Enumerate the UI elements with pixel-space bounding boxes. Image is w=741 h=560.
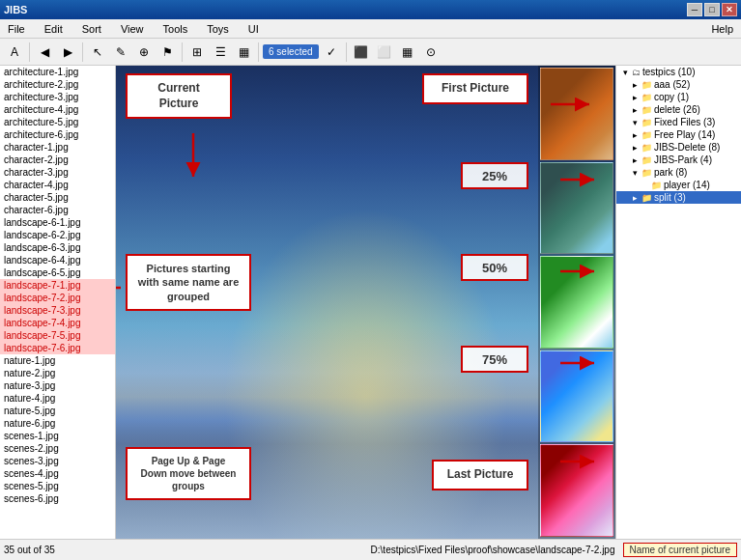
list-item[interactable]: character-3.jpg	[0, 166, 115, 179]
list-item[interactable]: architecture-2.jpg	[0, 78, 115, 91]
maximize-button[interactable]: □	[704, 3, 720, 16]
folder-icon: 📁	[641, 105, 652, 115]
folder-icon: 📁	[641, 130, 652, 140]
minimize-button[interactable]: ─	[687, 3, 702, 16]
tree-item[interactable]: ▸📁split (3)	[616, 191, 741, 204]
menu-view[interactable]: View	[117, 21, 148, 37]
list-item[interactable]: character-6.jpg	[0, 204, 115, 216]
tree-item[interactable]: ▸📁Free Play (14)	[616, 128, 741, 141]
list-item[interactable]: nature-6.jpg	[0, 417, 115, 430]
tb-lasso-btn[interactable]: ⊕	[133, 42, 155, 63]
thumb-strip	[538, 66, 615, 539]
menu-tools[interactable]: Tools	[159, 21, 192, 37]
tree-expand-icon: ▾	[630, 168, 640, 178]
list-item[interactable]: character-5.jpg	[0, 191, 115, 204]
tb-prev-btn[interactable]: ◀	[34, 42, 55, 63]
list-item[interactable]: landscape-7-4.jpg	[0, 317, 115, 329]
tb-flag-btn[interactable]: ⚑	[157, 42, 178, 63]
menu-toys[interactable]: Toys	[203, 21, 233, 37]
first-picture-label: First Picture	[422, 73, 528, 104]
list-item[interactable]: scenes-5.jpg	[0, 480, 115, 492]
list-item[interactable]: architecture-5.jpg	[0, 116, 115, 128]
list-item[interactable]: landscape-6-5.jpg	[0, 266, 115, 279]
list-item[interactable]: character-4.jpg	[0, 179, 115, 191]
tree-expand-icon: ▸	[630, 80, 640, 90]
tree-item-label: park (8)	[654, 167, 687, 178]
list-item[interactable]: landscape-7-2.jpg	[0, 292, 115, 304]
tb-check-btn[interactable]: ✓	[321, 42, 342, 63]
list-item[interactable]: character-1.jpg	[0, 141, 115, 154]
thumb-4[interactable]	[540, 350, 613, 443]
tb-detail-btn[interactable]: ▦	[233, 42, 254, 63]
tb-select-btn[interactable]: ✎	[110, 42, 131, 63]
menu-ui[interactable]: UI	[244, 21, 263, 37]
file-list[interactable]: architecture-1.jpgarchitecture-2.jpgarch…	[0, 66, 116, 539]
tb-grid-btn[interactable]: ⊞	[186, 42, 208, 63]
tree-item-label: testpics (10)	[642, 67, 695, 77]
tree-item[interactable]: ▸📁delete (26)	[616, 103, 741, 116]
folder-icon: 📁	[641, 155, 652, 165]
list-item[interactable]: landscape-6-3.jpg	[0, 241, 115, 254]
window-controls: ─ □ ✕	[687, 3, 737, 16]
list-item[interactable]: nature-2.jpg	[0, 367, 115, 379]
list-item[interactable]: architecture-4.jpg	[0, 103, 115, 116]
tree-item[interactable]: ▸📁JIBS-Delete (8)	[616, 141, 741, 154]
list-item[interactable]: landscape-6-1.jpg	[0, 216, 115, 229]
list-item[interactable]: nature-3.jpg	[0, 379, 115, 392]
tb-view1-btn[interactable]: ⬛	[351, 42, 372, 63]
list-item[interactable]: nature-5.jpg	[0, 405, 115, 417]
list-item[interactable]: landscape-7-5.jpg	[0, 329, 115, 342]
tree-expand-icon: ▸	[630, 93, 640, 102]
list-item[interactable]: landscape-7-3.jpg	[0, 304, 115, 317]
tb-font-btn[interactable]: A	[4, 42, 25, 63]
menu-help[interactable]: Help	[707, 21, 737, 37]
list-item[interactable]: nature-1.jpg	[0, 354, 115, 367]
tree-item-label: JIBS-Park (4)	[654, 154, 712, 165]
thumb-3[interactable]	[540, 256, 613, 349]
folder-icon: 📁	[641, 168, 652, 178]
tb-sep-2	[82, 42, 83, 62]
menu-file[interactable]: File	[4, 21, 29, 37]
thumb-2[interactable]	[540, 162, 613, 255]
tree-item[interactable]: 📁player (14)	[616, 179, 741, 191]
list-item[interactable]: scenes-2.jpg	[0, 442, 115, 455]
status-path: D:\testpics\Fixed Files\proof\showcase\l…	[371, 545, 615, 555]
list-item[interactable]: landscape-6-2.jpg	[0, 229, 115, 241]
list-item[interactable]: scenes-4.jpg	[0, 467, 115, 480]
list-item[interactable]: character-2.jpg	[0, 154, 115, 166]
thumb-5[interactable]	[540, 444, 613, 537]
tb-list-btn[interactable]: ☰	[210, 42, 231, 63]
grouped-label: Pictures starting with same name are gro…	[126, 254, 251, 311]
list-item[interactable]: architecture-1.jpg	[0, 66, 115, 78]
list-item[interactable]: scenes-1.jpg	[0, 430, 115, 442]
menu-sort[interactable]: Sort	[78, 21, 105, 37]
tb-view3-btn[interactable]: ▦	[397, 42, 418, 63]
tree-item[interactable]: ▾📁park (8)	[616, 166, 741, 179]
list-item[interactable]: architecture-6.jpg	[0, 128, 115, 141]
tb-zoom-btn[interactable]: ⊙	[420, 42, 442, 63]
list-item[interactable]: architecture-3.jpg	[0, 91, 115, 103]
tree-item[interactable]: ▸📁aaa (52)	[616, 78, 741, 91]
tb-next-btn[interactable]: ▶	[57, 42, 78, 63]
status-name-label: Name of current picture	[623, 543, 738, 557]
thumb-1[interactable]	[540, 68, 613, 160]
menu-edit[interactable]: Edit	[41, 21, 67, 37]
tree-item[interactable]: ▸📁JIBS-Park (4)	[616, 154, 741, 166]
list-item[interactable]: nature-4.jpg	[0, 392, 115, 405]
list-item[interactable]: scenes-3.jpg	[0, 455, 115, 467]
tree-item[interactable]: ▾📁Fixed Files (3)	[616, 116, 741, 128]
list-item[interactable]: scenes-6.jpg	[0, 492, 115, 505]
tree-item[interactable]: ▸📁copy (1)	[616, 91, 741, 103]
list-item[interactable]: landscape-6-4.jpg	[0, 254, 115, 266]
tree-item-label: copy (1)	[654, 92, 689, 102]
folder-icon: 📁	[641, 193, 652, 203]
last-picture-label: Last Picture	[432, 460, 528, 490]
close-button[interactable]: ✕	[722, 3, 737, 16]
list-item[interactable]: landscape-7-1.jpg	[0, 279, 115, 292]
list-item[interactable]: landscape-7-6.jpg	[0, 342, 115, 354]
tree-item-label: JIBS-Delete (8)	[654, 142, 720, 153]
tb-home-btn[interactable]: ↖	[87, 42, 108, 63]
tb-view2-btn[interactable]: ⬜	[374, 42, 395, 63]
toolbar: A ◀ ▶ ↖ ✎ ⊕ ⚑ ⊞ ☰ ▦ 6 selected ✓ ⬛ ⬜ ▦ ⊙	[0, 39, 741, 66]
tree-item[interactable]: ▾🗂testpics (10)	[616, 66, 741, 78]
